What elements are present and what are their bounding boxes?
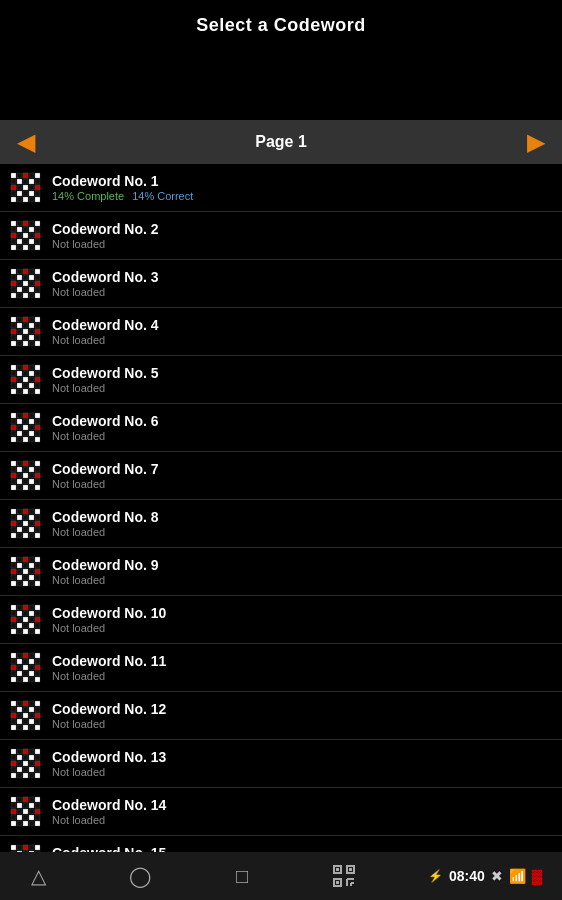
svg-rect-77 bbox=[29, 287, 34, 292]
svg-rect-135 bbox=[29, 383, 34, 388]
svg-rect-234 bbox=[17, 557, 22, 562]
home-button[interactable]: ◯ bbox=[122, 858, 158, 894]
svg-rect-302 bbox=[17, 665, 22, 670]
list-item[interactable]: Codeword No. 6Not loaded bbox=[0, 404, 562, 452]
puzzle-icon bbox=[10, 364, 42, 396]
arrow-right-icon: ▶ bbox=[527, 128, 545, 156]
svg-rect-173 bbox=[35, 425, 40, 430]
page-nav: ◀ Page 1 ▶ bbox=[0, 120, 562, 164]
svg-rect-306 bbox=[11, 671, 16, 676]
list-item[interactable]: Codeword No. 4Not loaded bbox=[0, 308, 562, 356]
list-item[interactable]: Codeword No. 10Not loaded bbox=[0, 596, 562, 644]
svg-rect-186 bbox=[17, 473, 22, 478]
svg-rect-399 bbox=[17, 821, 22, 826]
svg-rect-182 bbox=[23, 467, 28, 472]
svg-rect-91 bbox=[29, 317, 34, 322]
svg-rect-222 bbox=[29, 527, 34, 532]
list-item[interactable]: Codeword No. 3Not loaded bbox=[0, 260, 562, 308]
top-space bbox=[0, 50, 562, 120]
status-bar-right: ⚡ 08:40 ✖ 📶 ▓ bbox=[428, 868, 542, 884]
list-item[interactable]: Codeword No. 7Not loaded bbox=[0, 452, 562, 500]
puzzle-icon bbox=[10, 316, 42, 348]
list-item[interactable]: Codeword No. 14Not loaded bbox=[0, 788, 562, 836]
svg-rect-105 bbox=[23, 335, 28, 340]
svg-rect-233 bbox=[11, 557, 16, 562]
list-item[interactable]: Codeword No. 12Not loaded bbox=[0, 692, 562, 740]
svg-rect-78 bbox=[35, 287, 40, 292]
not-loaded-status: Not loaded bbox=[52, 670, 166, 682]
list-item[interactable]: Codeword No. 13Not loaded bbox=[0, 740, 562, 788]
svg-rect-340 bbox=[11, 725, 16, 730]
svg-rect-353 bbox=[35, 749, 40, 754]
puzzle-icon bbox=[10, 604, 42, 636]
list-item[interactable]: Codeword No. 5Not loaded bbox=[0, 356, 562, 404]
svg-rect-1 bbox=[11, 173, 16, 178]
svg-rect-283 bbox=[17, 629, 22, 634]
svg-rect-303 bbox=[23, 665, 28, 670]
svg-rect-33 bbox=[29, 221, 34, 226]
svg-rect-216 bbox=[23, 521, 28, 526]
svg-rect-259 bbox=[11, 569, 16, 574]
svg-rect-150 bbox=[35, 413, 40, 418]
svg-rect-354 bbox=[11, 755, 16, 760]
svg-rect-320 bbox=[11, 701, 16, 706]
svg-rect-72 bbox=[29, 281, 34, 286]
svg-rect-7 bbox=[17, 179, 22, 184]
svg-rect-66 bbox=[23, 275, 28, 280]
back-button[interactable]: △ bbox=[20, 858, 56, 894]
svg-rect-248 bbox=[11, 575, 16, 580]
svg-rect-97 bbox=[35, 323, 40, 328]
svg-rect-12 bbox=[17, 185, 22, 190]
not-loaded-status: Not loaded bbox=[52, 814, 166, 826]
svg-rect-123 bbox=[17, 371, 22, 376]
list-item[interactable]: Codeword No. 9Not loaded bbox=[0, 548, 562, 596]
codeword-title: Codeword No. 10 bbox=[52, 605, 166, 621]
svg-rect-383 bbox=[11, 803, 16, 808]
svg-rect-407 bbox=[11, 845, 16, 850]
svg-rect-67 bbox=[29, 275, 34, 280]
svg-rect-54 bbox=[35, 245, 40, 250]
scan-button[interactable] bbox=[326, 858, 362, 894]
svg-rect-331 bbox=[17, 713, 22, 718]
svg-rect-393 bbox=[11, 815, 16, 820]
svg-rect-21 bbox=[11, 197, 16, 202]
puzzle-icon bbox=[10, 172, 42, 204]
svg-rect-281 bbox=[35, 623, 40, 628]
list-item[interactable]: Codeword No. 8Not loaded bbox=[0, 500, 562, 548]
svg-rect-28 bbox=[35, 185, 40, 190]
bottom-nav-bar: △ ◯ □ ⚡ 08:40 ✖ 📶 ▓ bbox=[0, 852, 562, 900]
svg-rect-204 bbox=[11, 509, 16, 514]
svg-rect-391 bbox=[29, 809, 34, 814]
svg-rect-249 bbox=[17, 575, 22, 580]
svg-rect-398 bbox=[11, 821, 16, 826]
list-item[interactable]: Codeword No. 114% Complete14% Correct bbox=[0, 164, 562, 212]
svg-rect-245 bbox=[23, 569, 28, 574]
recents-button[interactable]: □ bbox=[224, 858, 260, 894]
svg-rect-220 bbox=[17, 527, 22, 532]
next-page-button[interactable]: ▶ bbox=[518, 124, 554, 160]
svg-rect-378 bbox=[11, 797, 16, 802]
svg-rect-25 bbox=[35, 197, 40, 202]
svg-rect-187 bbox=[23, 473, 28, 478]
list-item[interactable]: Codeword No. 2Not loaded bbox=[0, 212, 562, 260]
svg-rect-96 bbox=[29, 323, 34, 328]
not-loaded-status: Not loaded bbox=[52, 430, 159, 442]
prev-page-button[interactable]: ◀ bbox=[8, 124, 44, 160]
svg-rect-88 bbox=[11, 317, 16, 322]
svg-rect-401 bbox=[29, 821, 34, 826]
svg-rect-365 bbox=[17, 767, 22, 772]
svg-rect-36 bbox=[17, 227, 22, 232]
svg-rect-440 bbox=[336, 881, 339, 884]
svg-rect-53 bbox=[29, 245, 34, 250]
svg-rect-296 bbox=[11, 659, 16, 664]
svg-rect-114 bbox=[11, 329, 16, 334]
svg-rect-176 bbox=[17, 461, 22, 466]
svg-rect-8 bbox=[23, 179, 28, 184]
svg-rect-342 bbox=[23, 725, 28, 730]
svg-rect-111 bbox=[29, 341, 34, 346]
list-item[interactable]: Codeword No. 11Not loaded bbox=[0, 644, 562, 692]
codeword-list: Codeword No. 114% Complete14% Correct Co… bbox=[0, 164, 562, 884]
svg-rect-205 bbox=[17, 509, 22, 514]
svg-rect-265 bbox=[29, 605, 34, 610]
svg-rect-4 bbox=[29, 173, 34, 178]
